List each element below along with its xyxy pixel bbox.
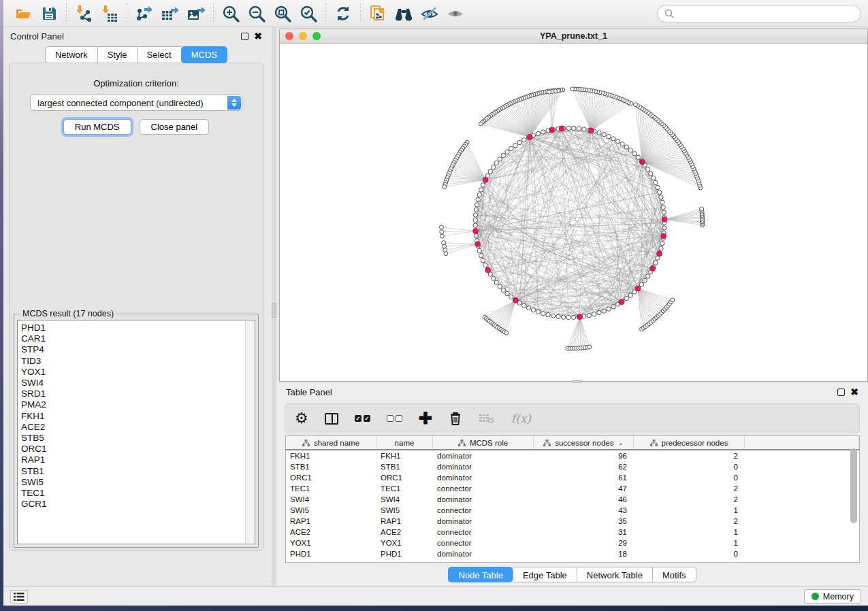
ring-node[interactable] bbox=[476, 197, 480, 201]
ring-node[interactable] bbox=[517, 140, 521, 144]
run-mcds-button[interactable]: Run MCDS bbox=[63, 119, 131, 135]
ring-node[interactable] bbox=[491, 276, 495, 280]
ring-node[interactable] bbox=[501, 153, 505, 157]
dominator-node[interactable] bbox=[640, 159, 645, 165]
close-panel-icon[interactable]: ✖ bbox=[254, 33, 262, 40]
cell-shared-name[interactable]: SWI4 bbox=[286, 494, 376, 505]
zoom-fit-icon[interactable] bbox=[270, 3, 295, 24]
cell-predecessor-nodes[interactable]: 1 bbox=[634, 538, 745, 548]
dominator-node[interactable] bbox=[661, 233, 666, 239]
ring-node[interactable] bbox=[501, 288, 505, 292]
search-field[interactable] bbox=[657, 5, 861, 22]
table-row[interactable]: TEC1 TEC1 connector 47 2 bbox=[286, 483, 859, 494]
ring-node[interactable] bbox=[636, 155, 640, 159]
ring-node[interactable] bbox=[587, 313, 591, 317]
dominator-node[interactable] bbox=[662, 217, 667, 222]
import-network-icon[interactable] bbox=[71, 3, 97, 24]
cell-mcds-role[interactable]: dominator bbox=[433, 516, 534, 527]
zoom-out-icon[interactable] bbox=[244, 3, 270, 24]
ring-node[interactable] bbox=[494, 161, 498, 165]
result-list-item[interactable]: YOX1 bbox=[21, 367, 245, 378]
ring-node[interactable] bbox=[572, 315, 576, 319]
ring-node[interactable] bbox=[659, 246, 663, 250]
ring-node[interactable] bbox=[536, 310, 540, 314]
table-row[interactable]: YOX1 YOX1 connector 29 1 bbox=[286, 538, 859, 548]
ring-node[interactable] bbox=[659, 195, 663, 199]
ring-node[interactable] bbox=[607, 307, 611, 311]
result-list-item[interactable]: TEC1 bbox=[21, 488, 245, 499]
ring-node[interactable] bbox=[624, 297, 628, 301]
ring-node[interactable] bbox=[592, 312, 596, 316]
ring-node[interactable] bbox=[654, 261, 658, 265]
binoculars-icon[interactable] bbox=[391, 3, 417, 24]
cell-mcds-role[interactable]: connector bbox=[433, 505, 534, 516]
ring-node[interactable] bbox=[662, 226, 666, 230]
ring-node[interactable] bbox=[628, 293, 632, 297]
ring-node[interactable] bbox=[639, 282, 643, 286]
ring-node[interactable] bbox=[509, 295, 513, 299]
cell-name[interactable]: STB1 bbox=[376, 461, 433, 472]
ring-node[interactable] bbox=[477, 248, 481, 252]
export-image-icon[interactable] bbox=[183, 3, 209, 24]
ring-node[interactable] bbox=[498, 157, 502, 161]
cell-predecessor-nodes[interactable]: 2 bbox=[634, 483, 745, 494]
table-row[interactable]: SWI4 SWI4 dominator 46 2 bbox=[286, 494, 859, 505]
cell-mcds-role[interactable]: dominator bbox=[433, 494, 534, 505]
cell-shared-name[interactable]: PHD1 bbox=[286, 548, 376, 559]
ring-node[interactable] bbox=[611, 305, 615, 309]
ring-node[interactable] bbox=[509, 146, 513, 150]
result-list-item[interactable]: STB5 bbox=[21, 433, 245, 444]
cell-shared-name[interactable]: ACE2 bbox=[286, 527, 376, 538]
ring-node[interactable] bbox=[481, 183, 485, 187]
leaf-node[interactable] bbox=[440, 234, 444, 238]
leaf-node[interactable] bbox=[443, 185, 447, 189]
cell-predecessor-nodes[interactable]: 0 bbox=[634, 548, 745, 559]
dominator-node[interactable] bbox=[559, 126, 564, 131]
tab-select[interactable]: Select bbox=[137, 46, 181, 63]
dominator-node[interactable] bbox=[588, 128, 594, 133]
mcds-result-list[interactable]: PHD1CAR1STP4TID3YOX1SWI4SRD1PMA2FKH1ACE2… bbox=[17, 320, 255, 544]
ring-node[interactable] bbox=[582, 127, 586, 131]
cell-name[interactable]: SWI4 bbox=[376, 494, 433, 505]
cell-successor-nodes[interactable]: 35 bbox=[534, 516, 634, 527]
cell-name[interactable]: ORC1 bbox=[376, 472, 433, 483]
dominator-node[interactable] bbox=[473, 229, 479, 234]
cell-shared-name[interactable]: SWI5 bbox=[286, 505, 376, 516]
result-list-item[interactable]: PMA2 bbox=[21, 399, 245, 410]
tab-edge-table[interactable]: Edge Table bbox=[513, 567, 577, 582]
network-graph[interactable] bbox=[280, 44, 867, 381]
ring-node[interactable] bbox=[607, 134, 611, 138]
ring-node[interactable] bbox=[632, 152, 637, 156]
cell-mcds-role[interactable]: connector bbox=[433, 538, 534, 548]
ring-node[interactable] bbox=[597, 131, 601, 135]
result-list-item[interactable]: ORC1 bbox=[21, 444, 245, 455]
result-list-scrollbar[interactable] bbox=[245, 321, 254, 543]
cell-name[interactable]: PHD1 bbox=[376, 548, 433, 559]
ring-node[interactable] bbox=[649, 171, 653, 176]
table-row[interactable]: STB1 STB1 dominator 62 0 bbox=[286, 461, 859, 472]
cell-shared-name[interactable]: TEC1 bbox=[286, 483, 376, 494]
delete-column-icon[interactable] bbox=[449, 410, 462, 427]
ring-node[interactable] bbox=[491, 165, 495, 169]
close-panel-button[interactable]: Close panel bbox=[140, 119, 210, 135]
result-list-item[interactable]: GCR1 bbox=[21, 499, 245, 510]
cell-mcds-role[interactable]: connector bbox=[433, 483, 534, 494]
ring-node[interactable] bbox=[602, 133, 606, 137]
result-list-item[interactable]: ACE2 bbox=[21, 422, 245, 433]
result-list-item[interactable]: RAP1 bbox=[21, 455, 245, 465]
result-list-item[interactable]: SWI4 bbox=[21, 378, 245, 389]
dominator-node[interactable] bbox=[527, 134, 532, 139]
table-settings-gear-icon[interactable]: ⚙ bbox=[295, 410, 308, 427]
ring-node[interactable] bbox=[505, 291, 509, 295]
ring-node[interactable] bbox=[505, 150, 509, 154]
refresh-icon[interactable] bbox=[330, 3, 356, 24]
leaf-node[interactable] bbox=[547, 90, 551, 94]
ring-node[interactable] bbox=[656, 185, 660, 189]
vertical-splitter[interactable] bbox=[272, 27, 276, 587]
result-list-item[interactable]: STP4 bbox=[21, 344, 245, 355]
cell-mcds-role[interactable]: dominator bbox=[433, 472, 534, 483]
ring-node[interactable] bbox=[475, 203, 479, 207]
result-list-item[interactable]: STB1 bbox=[21, 466, 245, 477]
hide-eye-icon[interactable] bbox=[417, 3, 443, 24]
tab-motifs[interactable]: Motifs bbox=[652, 567, 696, 582]
